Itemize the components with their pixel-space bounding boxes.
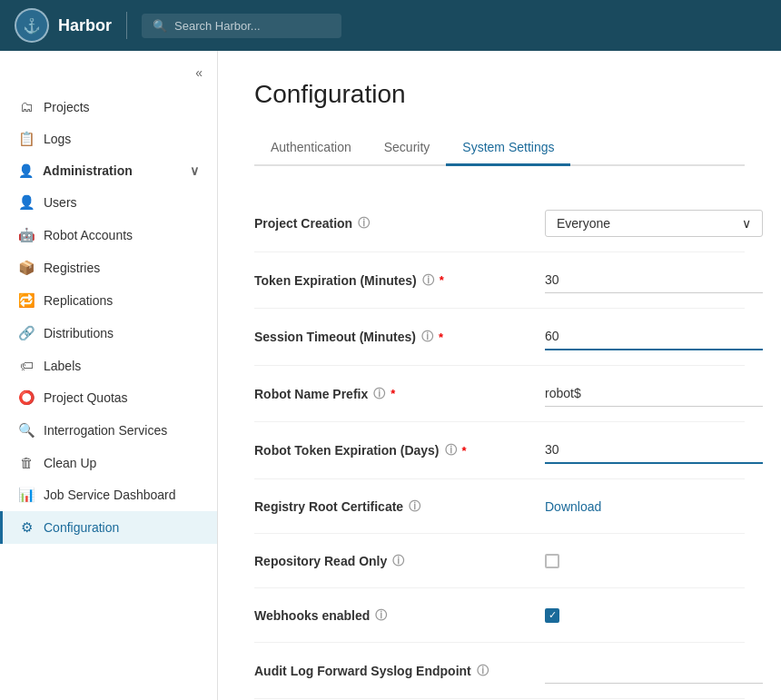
required-star: * [440, 273, 444, 287]
sidebar-item-label: Replications [44, 293, 113, 308]
sidebar-item-logs[interactable]: 📋 Logs [0, 123, 217, 155]
info-icon-token-expiration[interactable]: ⓘ [422, 272, 434, 289]
form-control-robot-name-prefix [545, 380, 763, 407]
sidebar-item-clean-up[interactable]: 🗑 Clean Up [0, 447, 217, 478]
sidebar-item-label: Registries [44, 261, 100, 275]
logo-area[interactable]: ⚓ Harbor [15, 8, 112, 43]
sidebar-item-label: Labels [44, 359, 81, 373]
job-dashboard-icon: 📊 [18, 487, 35, 503]
project-quotas-icon: ⭕ [18, 389, 35, 406]
project-creation-select[interactable]: Everyone ∨ [545, 210, 763, 237]
sidebar-item-project-quotas[interactable]: ⭕ Project Quotas [0, 381, 217, 414]
sidebar-item-label: Distributions [44, 326, 114, 340]
sidebar-item-users[interactable]: 👤 Users [0, 186, 217, 219]
search-placeholder: Search Harbor... [174, 19, 261, 33]
sidebar: « 🗂 Projects 📋 Logs 👤 Administration ∨ 👤… [0, 51, 218, 700]
required-star: * [390, 387, 395, 400]
info-icon-robot-name-prefix[interactable]: ⓘ [373, 386, 385, 402]
required-star: * [462, 444, 467, 458]
main-content: Configuration Authentication Security Sy… [218, 51, 781, 700]
info-icon-repository-read-only[interactable]: ⓘ [392, 553, 404, 569]
sidebar-group-label: Administration [43, 163, 133, 178]
form-label-webhooks-enabled: Webhooks enabled ⓘ [254, 607, 545, 624]
projects-icon: 🗂 [18, 99, 35, 114]
form-label-registry-root-certificate: Registry Root Certificate ⓘ [254, 498, 545, 515]
required-star: * [439, 330, 443, 344]
app-name: Harbor [58, 16, 112, 35]
info-icon-audit-log-forward[interactable]: ⓘ [477, 663, 489, 679]
info-icon-robot-token-expiration[interactable]: ⓘ [445, 442, 457, 458]
sidebar-item-distributions[interactable]: 🔗 Distributions [0, 317, 217, 350]
form-label-repository-read-only: Repository Read Only ⓘ [254, 553, 545, 569]
sidebar-item-labels[interactable]: 🏷 Labels [0, 350, 217, 381]
form-row-token-expiration: Token Expiration (Minutes) ⓘ * [254, 252, 745, 309]
repository-read-only-checkbox[interactable] [545, 554, 559, 568]
webhooks-enabled-checkbox[interactable]: ✓ [545, 608, 559, 623]
sidebar-item-label: Robot Accounts [44, 228, 133, 242]
tabs: Authentication Security System Settings [254, 131, 745, 166]
form-row-project-creation: Project Creation ⓘ Everyone ∨ [254, 195, 745, 252]
labels-icon: 🏷 [18, 358, 35, 373]
audit-log-forward-input[interactable] [545, 657, 763, 684]
tab-system-settings[interactable]: System Settings [446, 131, 570, 166]
sidebar-item-label: Projects [44, 100, 90, 114]
configuration-icon: ⚙ [18, 519, 35, 536]
sidebar-item-robot-accounts[interactable]: 🤖 Robot Accounts [0, 219, 217, 251]
info-icon-registry-root-certificate[interactable]: ⓘ [409, 498, 420, 515]
robot-name-prefix-input[interactable] [545, 380, 763, 407]
sidebar-item-projects[interactable]: 🗂 Projects [0, 91, 217, 123]
sidebar-item-registries[interactable]: 📦 Registries [0, 251, 217, 284]
sidebar-item-label: Project Quotas [44, 390, 128, 405]
form-label-project-creation: Project Creation ⓘ [254, 215, 545, 232]
session-timeout-input[interactable] [545, 323, 763, 350]
info-icon-session-timeout[interactable]: ⓘ [421, 329, 433, 345]
chevron-down-icon: ∨ [190, 163, 199, 178]
sidebar-item-label: Users [44, 195, 77, 210]
sidebar-item-configuration[interactable]: ⚙ Configuration [0, 511, 217, 544]
sidebar-item-label: Configuration [44, 520, 119, 535]
info-icon-project-creation[interactable]: ⓘ [358, 215, 370, 232]
info-icon-webhooks-enabled[interactable]: ⓘ [375, 607, 387, 624]
sidebar-item-label: Clean Up [44, 456, 96, 470]
sidebar-item-job-service-dashboard[interactable]: 📊 Job Service Dashboard [0, 478, 217, 511]
top-nav: ⚓ Harbor 🔍 Search Harbor... [0, 0, 781, 51]
sidebar-item-label: Interrogation Services [44, 423, 167, 438]
robot-icon: 🤖 [18, 227, 35, 243]
interrogation-icon: 🔍 [18, 422, 35, 439]
form-control-token-expiration [545, 267, 763, 293]
tab-authentication[interactable]: Authentication [254, 131, 368, 166]
form-control-repository-read-only [545, 554, 745, 568]
token-expiration-input[interactable] [545, 267, 763, 293]
form-row-webhooks-enabled: Webhooks enabled ⓘ ✓ [254, 588, 745, 643]
form-control-project-creation: Everyone ∨ [545, 210, 763, 237]
sidebar-group-administration[interactable]: 👤 Administration ∨ [0, 155, 217, 186]
sidebar-collapse-button[interactable]: « [0, 65, 217, 91]
search-bar[interactable]: 🔍 Search Harbor... [142, 14, 341, 38]
layout: « 🗂 Projects 📋 Logs 👤 Administration ∨ 👤… [0, 51, 781, 700]
sidebar-item-label: Job Service Dashboard [44, 488, 176, 502]
sidebar-item-replications[interactable]: 🔁 Replications [0, 284, 217, 317]
form-label-robot-token-expiration: Robot Token Expiration (Days) ⓘ * [254, 442, 545, 458]
replications-icon: 🔁 [18, 292, 35, 309]
form-row-session-timeout: Session Timeout (Minutes) ⓘ * [254, 309, 745, 366]
form-label-session-timeout: Session Timeout (Minutes) ⓘ * [254, 329, 545, 345]
form-control-audit-log-forward [545, 657, 763, 684]
form-control-webhooks-enabled: ✓ [545, 608, 745, 623]
robot-token-expiration-input[interactable] [545, 437, 763, 464]
form-row-robot-token-expiration: Robot Token Expiration (Days) ⓘ * [254, 422, 745, 479]
form-label-robot-name-prefix: Robot Name Prefix ⓘ * [254, 386, 545, 402]
form-control-session-timeout [545, 323, 763, 350]
sidebar-sub-administration: 👤 Users 🤖 Robot Accounts 📦 Registries 🔁 … [0, 186, 217, 544]
form-row-repository-read-only: Repository Read Only ⓘ [254, 534, 745, 588]
chevron-down-icon: ∨ [742, 216, 751, 231]
form-control-registry-root-certificate: Download [545, 499, 745, 514]
administration-icon: 👤 [18, 163, 34, 178]
app-logo: ⚓ [15, 8, 49, 43]
download-link[interactable]: Download [545, 499, 601, 514]
form-row-registry-root-certificate: Registry Root Certificate ⓘ Download [254, 479, 745, 534]
sidebar-item-interrogation-services[interactable]: 🔍 Interrogation Services [0, 414, 217, 447]
form-row-audit-log-forward: Audit Log Forward Syslog Endpoint ⓘ [254, 643, 745, 699]
search-icon: 🔍 [153, 19, 167, 33]
tab-security[interactable]: Security [368, 131, 447, 166]
form-row-robot-name-prefix: Robot Name Prefix ⓘ * [254, 366, 745, 422]
